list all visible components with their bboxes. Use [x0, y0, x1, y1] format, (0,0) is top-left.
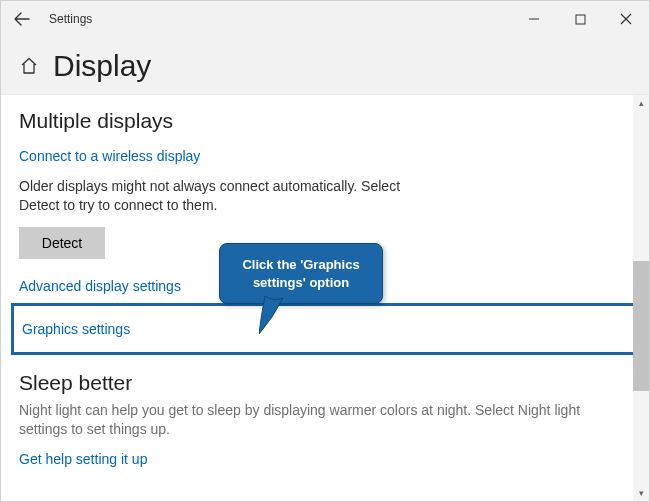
instruction-callout: Click the 'Graphics settings' option: [219, 243, 383, 304]
sleep-better-desc: Night light can help you get to sleep by…: [19, 401, 629, 440]
sleep-better-heading: Sleep better: [19, 371, 631, 395]
scrollbar-thumb[interactable]: [633, 261, 649, 391]
back-arrow-icon: [13, 10, 31, 28]
close-icon: [620, 13, 632, 25]
page-title: Display: [53, 49, 151, 83]
content-area: Multiple displays Connect to a wireless …: [1, 95, 649, 501]
maximize-icon: [575, 14, 586, 25]
svg-rect-0: [576, 15, 585, 24]
maximize-button[interactable]: [557, 1, 603, 37]
detect-button[interactable]: Detect: [19, 227, 105, 259]
back-button[interactable]: [1, 1, 43, 37]
scroll-up-arrow-icon[interactable]: ▴: [633, 95, 649, 111]
home-icon: [19, 56, 39, 76]
connect-wireless-display-link[interactable]: Connect to a wireless display: [19, 148, 200, 164]
advanced-display-settings-link[interactable]: Advanced display settings: [19, 278, 181, 294]
titlebar: Settings: [1, 1, 649, 37]
close-button[interactable]: [603, 1, 649, 37]
older-displays-text: Older displays might not always connect …: [19, 177, 439, 215]
multiple-displays-heading: Multiple displays: [19, 109, 631, 133]
scroll-down-arrow-icon[interactable]: ▾: [633, 485, 649, 501]
graphics-settings-highlight: Graphics settings: [11, 303, 639, 355]
graphics-settings-link[interactable]: Graphics settings: [22, 321, 130, 337]
minimize-icon: [528, 13, 540, 25]
window-title: Settings: [49, 12, 92, 26]
minimize-button[interactable]: [511, 1, 557, 37]
scrollbar-track[interactable]: ▴ ▾: [633, 95, 649, 501]
window-controls: [511, 1, 649, 37]
home-button[interactable]: [19, 56, 39, 76]
get-help-link[interactable]: Get help setting it up: [19, 451, 147, 467]
page-header: Display: [1, 37, 649, 95]
